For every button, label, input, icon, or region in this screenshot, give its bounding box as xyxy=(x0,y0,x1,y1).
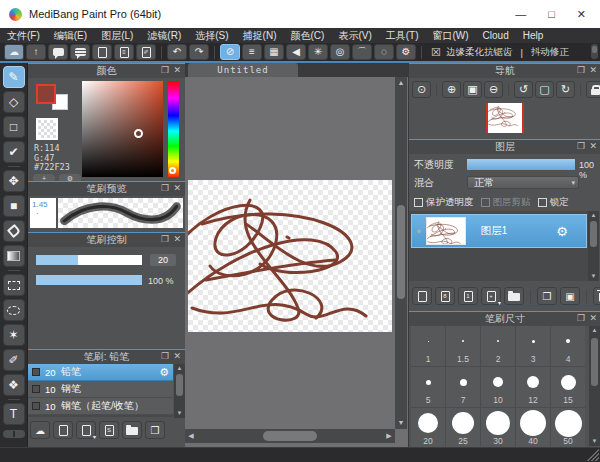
scroll-up-button[interactable]: ▲ xyxy=(589,326,600,335)
brush-size-option[interactable]: 7 xyxy=(446,367,480,407)
eraser-tool-button[interactable]: ◇ xyxy=(3,91,25,113)
popout-icon[interactable]: ❐ xyxy=(577,141,585,151)
popout-icon[interactable]: ❐ xyxy=(161,183,169,193)
menu-window[interactable]: 窗口(W) xyxy=(426,29,476,43)
document-list-button[interactable]: ≡ xyxy=(114,44,134,60)
scroll-down-button[interactable]: ▼ xyxy=(174,409,185,418)
canvas-tab[interactable]: Untitled xyxy=(188,63,298,77)
zoom-out-button[interactable]: ⊖ xyxy=(484,81,503,98)
menu-help[interactable]: Help xyxy=(516,30,551,41)
gradient-tool-button[interactable] xyxy=(3,245,25,267)
sv-cursor[interactable] xyxy=(134,129,143,138)
antialias-checkbox-icon[interactable]: ☒ xyxy=(431,46,441,59)
rotate-reset-button[interactable]: ▢ xyxy=(535,81,554,98)
popout-icon[interactable]: ❐ xyxy=(577,65,585,75)
fill-tool-button[interactable]: ■ xyxy=(3,195,25,217)
rotate-cw-button[interactable]: ↻ xyxy=(556,81,575,98)
hue-cursor[interactable] xyxy=(169,167,176,174)
move-tool-button[interactable]: ✥ xyxy=(3,170,25,192)
brush-list-scrollbar[interactable]: ▲ ▼ xyxy=(174,364,185,418)
resize-grip[interactable] xyxy=(587,449,599,461)
lasso-tool-button[interactable] xyxy=(3,299,25,321)
popout-icon[interactable]: ❐ xyxy=(161,234,169,244)
new-bitmap-brush-button[interactable]: ▾ xyxy=(76,421,96,439)
cloud-brush-button[interactable]: ☁ xyxy=(30,421,50,439)
menu-snap[interactable]: 捕捉(N) xyxy=(236,29,284,43)
snap-ellipse-button[interactable]: ◌ xyxy=(374,44,394,60)
snap-parallel-button[interactable]: ≡ xyxy=(242,44,262,60)
brush-size-option[interactable]: 15 xyxy=(551,367,585,407)
new-1bit-layer-button[interactable]: 1 xyxy=(458,287,478,305)
merge-layer-button[interactable]: ▣ xyxy=(560,287,580,305)
close-button[interactable]: ✕ xyxy=(577,8,586,21)
brush-size-option[interactable]: 20 xyxy=(411,408,445,448)
brush-opacity-slider[interactable] xyxy=(36,275,142,285)
snap-concentric-button[interactable]: ◎ xyxy=(330,44,350,60)
duplicate-layer-button[interactable]: ❐ xyxy=(537,287,557,305)
popout-icon[interactable]: ❐ xyxy=(161,65,169,75)
hue-slider[interactable] xyxy=(168,81,179,177)
vertical-scroll-thumb[interactable] xyxy=(397,205,405,299)
zoom-in-button[interactable]: ⊕ xyxy=(442,81,461,98)
duplicate-brush-button[interactable]: ❐ xyxy=(145,421,165,439)
scroll-up-button[interactable]: ▲ xyxy=(174,364,185,373)
magic-wand-tool-button[interactable]: ✶ xyxy=(3,324,25,346)
menu-filter[interactable]: 滤镜(R) xyxy=(140,29,188,43)
menu-edit[interactable]: 编辑(E) xyxy=(47,29,94,43)
menu-select[interactable]: 选择(S) xyxy=(188,29,235,43)
brush-size-option[interactable]: 25 xyxy=(446,408,480,448)
delete-layer-button[interactable] xyxy=(593,287,600,305)
dot-tool-button[interactable]: □ xyxy=(3,116,25,138)
brush-checkbox[interactable] xyxy=(32,368,40,376)
comment-list-button[interactable] xyxy=(70,44,90,60)
gear-icon[interactable]: ⚙ xyxy=(159,366,169,379)
brush-size-option[interactable]: 30 xyxy=(481,408,515,448)
brush-checkbox[interactable] xyxy=(32,385,40,393)
gear-icon[interactable]: ⚙ xyxy=(556,224,568,239)
stabilizer-label[interactable]: 抖动修正 xyxy=(531,46,569,59)
rotate-ccw-button[interactable]: ↺ xyxy=(514,81,533,98)
transparent-color-swatch[interactable] xyxy=(36,118,58,140)
menu-layer[interactable]: 图层(L) xyxy=(94,29,140,43)
snap-vanishing-button[interactable]: ◀ xyxy=(286,44,306,60)
snap-off-button[interactable]: ⊘ xyxy=(220,44,240,60)
menu-color[interactable]: 颜色(C) xyxy=(283,29,331,43)
brush-folder-button[interactable] xyxy=(122,421,142,439)
close-icon[interactable]: ✕ xyxy=(173,65,181,75)
horizontal-scroll-thumb[interactable] xyxy=(263,431,317,441)
toolbar-scroll-handle[interactable] xyxy=(591,44,598,59)
select-pen-tool-button[interactable]: ✐ xyxy=(3,349,25,371)
scroll-up-button[interactable]: ▲ xyxy=(588,211,599,220)
close-icon[interactable]: ✕ xyxy=(589,313,597,323)
document-button[interactable] xyxy=(92,44,112,60)
scroll-right-button[interactable]: ▶ xyxy=(383,430,395,442)
brush-size-option[interactable]: 1 xyxy=(411,326,445,366)
brush-size-scrollbar[interactable]: ▲ ▼ xyxy=(589,326,600,446)
clipping-checkbox[interactable] xyxy=(481,198,490,207)
menu-cloud[interactable]: Cloud xyxy=(476,30,516,41)
close-icon[interactable]: ✕ xyxy=(173,183,181,193)
brush-size-option[interactable]: 50 xyxy=(551,408,585,448)
layer-row[interactable]: ● 图层1 ⚙ xyxy=(411,214,587,248)
scroll-down-button[interactable]: ▼ xyxy=(588,272,599,281)
canvas-horizontal-scrollbar[interactable]: ◀ ▶ xyxy=(185,429,395,443)
new-8bit-layer-button[interactable]: 8 xyxy=(435,287,455,305)
layer-list-scrollbar[interactable]: ▲ ▼ xyxy=(588,211,599,281)
zoom-fit-button[interactable]: ▣ xyxy=(463,81,482,98)
scroll-up-button[interactable]: ▲ xyxy=(395,77,407,89)
brush-size-option[interactable]: 10 xyxy=(481,367,515,407)
close-icon[interactable]: ✕ xyxy=(589,65,597,75)
canvas-viewport[interactable]: ▲ ▼ ◀ ▶ xyxy=(185,77,408,447)
brush-row-pencil[interactable]: 20 铅笔 ⚙ xyxy=(28,364,173,381)
script-brush-button[interactable]: S xyxy=(99,421,119,439)
protect-alpha-checkbox[interactable] xyxy=(414,198,423,207)
snap-settings-button[interactable]: ⚙ xyxy=(396,44,416,60)
add-layer-menu-button[interactable]: +▾ xyxy=(481,287,501,305)
brush-checkbox[interactable] xyxy=(32,402,40,410)
select-eraser-tool-button[interactable]: ❖ xyxy=(3,374,25,396)
scroll-down-button[interactable]: ▼ xyxy=(589,437,600,446)
menu-file[interactable]: 文件(F) xyxy=(0,29,47,43)
canvas-vertical-scrollbar[interactable]: ▲ ▼ xyxy=(395,77,407,429)
navigator-thumbnail[interactable] xyxy=(486,103,524,133)
brush-size-option[interactable]: 4 xyxy=(551,326,585,366)
